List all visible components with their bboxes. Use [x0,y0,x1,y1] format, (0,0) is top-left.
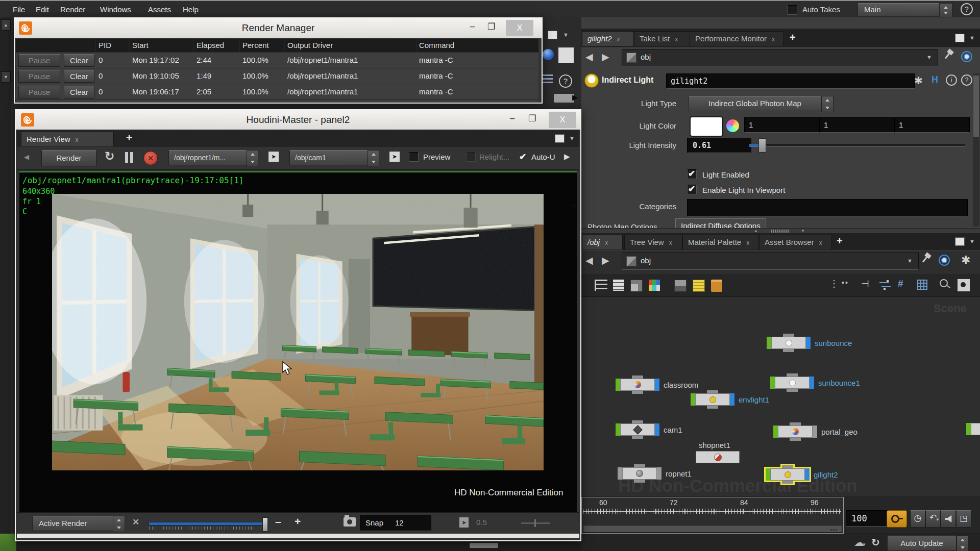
tab-asset-browser[interactable]: Asset Browserx [759,235,831,249]
close-icon[interactable]: X [549,112,576,128]
menu-help[interactable]: Help [183,5,199,14]
minimize-icon[interactable]: – [470,21,475,32]
tab-close-icon[interactable]: x [76,136,79,143]
node-flag-left[interactable] [766,468,770,481]
display-options-icon[interactable] [674,280,687,292]
divider-down-icon[interactable]: ▼ [801,229,805,233]
info-icon[interactable]: i [946,74,957,86]
node-flag-left[interactable] [618,467,622,480]
node-sunbounce[interactable]: sunbounce [767,337,811,349]
gear-icon[interactable]: ✱ [914,74,923,87]
menu-assets[interactable]: Assets [148,5,171,14]
color-r-field[interactable]: 1 [744,117,821,133]
rm-row[interactable]: Pause Clear 0 Mon 19:17:02 2:44 100.0% /… [16,52,538,68]
play-bar-button[interactable] [554,94,574,103]
pane-icon[interactable] [548,31,557,39]
pause-icon[interactable] [125,152,128,163]
tab-close-icon[interactable]: x [669,239,672,246]
auto-update-check-icon[interactable]: ✔ [519,152,526,162]
new-tab-icon[interactable]: + [837,235,843,247]
white-swatch-button[interactable] [558,47,574,63]
pane-icon[interactable] [555,134,565,143]
playback-options-button[interactable]: ◷ [910,510,925,528]
node-clipped[interactable] [966,423,980,435]
update-mode-dropdown[interactable]: Auto Update [887,536,957,551]
tab-material-palette[interactable]: Material Palettex [682,235,759,249]
camera-dropdown[interactable]: /obj/cam1 [289,150,372,165]
search-icon[interactable] [940,279,948,287]
mini-slider-handle[interactable] [534,519,536,527]
help-icon[interactable]: ? [961,3,973,15]
preview-checkbox[interactable] [409,152,419,162]
rm-row[interactable]: Pause Clear 0 Mon 19:10:05 1:49 100.0% /… [16,68,538,84]
zoom-out-icon[interactable]: – [275,515,281,528]
take-selector[interactable]: Main [857,3,945,16]
render-mode-spinner[interactable] [113,516,125,532]
node-flag-right[interactable] [655,423,659,436]
render-mode-dropdown[interactable]: Active Render [32,516,119,531]
light-node-icon[interactable] [584,73,599,88]
viewport-scroll-icon[interactable]: ◀ [571,201,576,209]
node-flag-right[interactable] [813,425,817,438]
pause-button[interactable]: Pause [18,54,60,67]
tab-close-icon[interactable]: x [819,239,822,246]
light-enabled-checkbox[interactable]: ✔ [687,169,697,179]
progress-slider[interactable] [149,522,269,525]
follow-selection-icon[interactable] [961,51,972,62]
node-cam1[interactable]: cam1 [616,423,659,436]
snapshot-icon[interactable] [957,279,970,292]
refresh-icon[interactable]: ↻ [105,149,114,163]
menu-edit[interactable]: Edit [36,5,49,14]
current-frame-field[interactable]: 100 [846,510,888,527]
pane-icon[interactable] [955,237,965,246]
material-sphere-icon[interactable] [543,49,554,60]
help2-icon[interactable]: ? [559,74,572,88]
tab-obj[interactable]: /objx [582,235,623,249]
path-dropdown-icon[interactable]: ▼ [907,258,913,264]
node-flag-right[interactable] [657,467,662,480]
tab-tree-view[interactable]: Tree Viewx [624,235,682,249]
minimize-icon[interactable]: – [510,113,514,123]
node-name-field[interactable]: gilight2 [666,73,915,89]
pause-button[interactable]: Pause [18,86,60,98]
node-flag-right[interactable] [655,379,659,391]
snapshot-camera-icon[interactable] [344,517,356,527]
scroll-up-icon[interactable]: ▲ [1,19,11,31]
toolbar-left-icon[interactable]: ◀ [24,153,29,161]
gear-icon[interactable]: ✱ [961,254,970,267]
node-flag-left[interactable] [773,425,778,438]
snap-field[interactable]: Snap 12 [360,515,431,531]
tree-list-icon[interactable] [595,280,607,291]
node-flag-left[interactable] [767,337,771,349]
scroll-down-icon[interactable]: ▼ [1,71,11,83]
grid-icon[interactable] [917,280,927,290]
maximize-icon[interactable]: ❐ [528,113,536,124]
light-intensity-slider[interactable] [749,144,965,147]
rop-spinner[interactable] [247,150,258,166]
play-icon[interactable]: ▶ [572,93,578,102]
node-shopnet1[interactable]: shopnet1 [696,451,740,463]
spread-icon[interactable] [879,280,891,290]
align-icon[interactable]: ⊣ [861,278,869,289]
zoom-in-icon[interactable]: + [295,515,301,528]
node-flag-left[interactable] [770,377,775,389]
tab-gilight2[interactable]: gilight2x [582,31,634,46]
hm-titlebar[interactable]: Houdini-Master - panel2 – ❐ X [16,110,580,130]
categories-field[interactable] [687,199,968,216]
clear-button[interactable]: Clear [64,70,94,83]
pane-icon[interactable] [955,34,965,42]
tab-take-list[interactable]: Take Listx [634,31,690,46]
pane-menu-arrow-icon[interactable]: ▼ [969,238,975,244]
render-flipbook-button[interactable]: ◳ [956,510,971,528]
render-manager-window[interactable]: Render Manager – ❐ X PID Start Elapsed P… [14,17,543,104]
panel-view-icon[interactable] [630,280,643,292]
nav-back-icon[interactable]: ◀ [585,51,593,63]
path-field[interactable]: obj ▼ [622,253,919,270]
houdini-master-window[interactable]: Houdini-Master - panel2 – ❐ X Render Vie… [15,109,581,541]
network-canvas[interactable]: Scene HD Non-Commercial Edition sunbounc… [581,297,980,496]
node-flag-left[interactable] [966,423,971,435]
relight-checkbox[interactable] [466,152,476,162]
toolbar-right-icon[interactable]: ▶ [564,152,570,161]
rop-dropdown[interactable]: /obj/ropnet1/m... [168,150,251,165]
gamma-icon[interactable]: ➤ [459,517,469,528]
